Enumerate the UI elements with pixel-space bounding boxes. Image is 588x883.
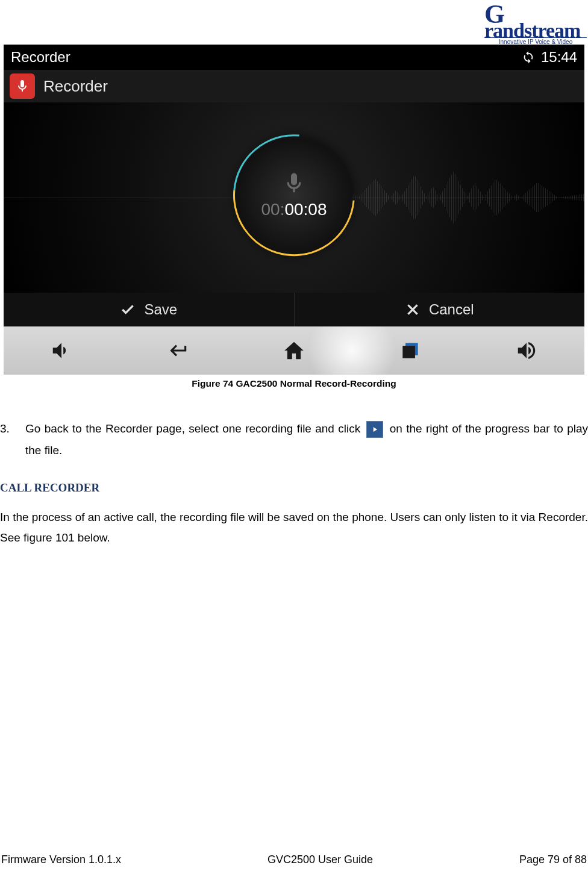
ordered-list-item-3: 3. Go back to the Recorder page, select … [0,418,588,461]
app-mic-icon [10,73,35,99]
list-text-before: Go back to the Recorder page, select one… [25,422,360,435]
footer-firmware: Firmware Version 1.0.1.x [1,853,121,866]
brand-tagline: Innovative IP Voice & Video [484,37,587,45]
brand-name: Grandstream [484,1,587,39]
cancel-button[interactable]: Cancel [295,293,585,326]
footer-page: Page 79 of 88 [519,853,587,866]
nav-recents-button[interactable] [352,326,468,375]
volume-down-icon [50,339,73,362]
check-icon [120,302,136,317]
volume-up-icon [515,339,538,362]
recents-icon [399,339,422,362]
system-nav-bar [4,326,584,375]
paragraph-call-recorder: In the process of an active call, the re… [0,507,588,548]
app-titlebar: Recorder [4,70,584,102]
cancel-label: Cancel [429,301,474,318]
waveform-graphic [323,160,584,236]
record-dial[interactable]: 00:00:08 [237,138,351,252]
save-button[interactable]: Save [4,293,295,326]
save-label: Save [144,301,177,318]
dial-mic-icon [282,171,306,198]
sync-icon [522,51,535,64]
play-icon [366,421,383,438]
app-title: Recorder [43,77,108,96]
android-status-bar: Recorder 15:44 [4,45,584,70]
page-footer: Firmware Version 1.0.1.x GVC2500 User Gu… [0,853,588,866]
nav-back-button[interactable] [120,326,236,375]
action-bar: Save Cancel [4,293,584,326]
nav-home-button[interactable] [236,326,352,375]
brand-logo: Grandstream Innovative IP Voice & Video [484,1,587,45]
back-icon [166,339,189,362]
list-number: 3. [0,418,12,440]
close-icon [405,302,421,317]
figure-caption: Figure 74 GAC2500 Normal Record-Recordin… [0,378,588,389]
recording-canvas: 00:00:08 [4,102,584,293]
recording-timer: 00:00:08 [261,200,327,219]
status-app-label: Recorder [11,49,70,66]
section-heading-call-recorder: CALL RECORDER [0,477,588,499]
home-icon [283,339,305,362]
nav-volume-down-button[interactable] [4,326,120,375]
figure-screenshot: Recorder 15:44 Recorder 00:00:08 Save [4,45,584,375]
nav-volume-up-button[interactable] [468,326,584,375]
status-clock: 15:44 [541,49,577,66]
footer-title: GVC2500 User Guide [267,853,373,866]
